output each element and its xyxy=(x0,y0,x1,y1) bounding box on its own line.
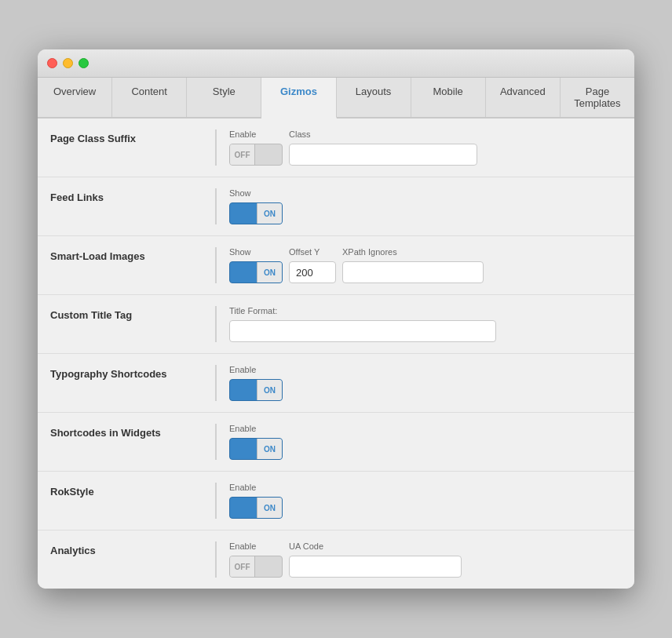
row-page-class-suffix: Page Class Suffix Enable OFF Class xyxy=(38,118,634,177)
tab-advanced[interactable]: Advanced xyxy=(486,78,561,117)
show-toggle-feed-links[interactable]: ON xyxy=(229,202,283,224)
label-analytics: Analytics xyxy=(50,541,215,556)
maximize-button[interactable] xyxy=(79,58,89,68)
divider xyxy=(215,483,217,519)
show-group: Show ON xyxy=(229,188,283,224)
enable-label-rs: Enable xyxy=(229,483,283,492)
divider xyxy=(215,188,217,224)
toggle-thumb-on-sli: ON xyxy=(257,262,282,283)
title-format-label: Title Format: xyxy=(229,306,496,315)
enable-group-ts: Enable ON xyxy=(229,365,283,401)
controls-feed-links: Show ON xyxy=(229,188,622,224)
show-label-sli: Show xyxy=(229,247,283,257)
tab-style[interactable]: Style xyxy=(187,78,261,117)
ua-code-input[interactable] xyxy=(289,556,462,578)
titlebar xyxy=(38,49,634,78)
enable-toggle-page-class[interactable]: OFF xyxy=(229,144,283,166)
label-shortcodes-in-widgets: Shortcodes in Widgets xyxy=(50,424,215,439)
ua-code-label: UA Code xyxy=(289,541,462,551)
xpath-ignores-group: XPath Ignores xyxy=(342,247,484,283)
label-custom-title-tag: Custom Title Tag xyxy=(50,306,215,321)
tab-page-templates[interactable]: Page Templates xyxy=(561,78,634,117)
controls-smart-load-images: Show ON Offset Y XPath Ignores xyxy=(229,247,622,283)
row-rokstyle: RokStyle Enable ON xyxy=(38,472,634,530)
row-typography-shortcodes: Typography Shortcodes Enable ON xyxy=(38,354,634,413)
show-label: Show xyxy=(229,188,283,198)
class-group: Class xyxy=(289,129,477,166)
toggle-thumb-on: ON xyxy=(257,203,282,224)
enable-label-sw: Enable xyxy=(229,424,283,433)
tab-overview[interactable]: Overview xyxy=(38,78,112,117)
toggle-thumb-off-analytics: OFF xyxy=(230,556,255,577)
xpath-ignores-label: XPath Ignores xyxy=(342,247,484,257)
enable-group-rs: Enable ON xyxy=(229,483,283,519)
divider xyxy=(215,365,217,401)
divider xyxy=(215,129,217,166)
enable-group-analytics: Enable OFF xyxy=(229,541,283,578)
toggle-thumb-on-rs: ON xyxy=(257,498,282,518)
row-analytics: Analytics Enable OFF UA Code xyxy=(38,530,634,589)
divider xyxy=(215,247,217,283)
controls-analytics: Enable OFF UA Code xyxy=(229,541,622,578)
enable-label-analytics: Enable xyxy=(229,541,283,551)
tab-gizmos[interactable]: Gizmos xyxy=(261,78,336,118)
ua-code-group: UA Code xyxy=(289,541,462,578)
tab-layouts[interactable]: Layouts xyxy=(337,78,411,117)
controls-rokstyle: Enable ON xyxy=(229,483,622,519)
minimize-button[interactable] xyxy=(63,58,73,68)
controls-typography-shortcodes: Enable ON xyxy=(229,365,622,401)
show-group-sli: Show ON xyxy=(229,247,283,283)
row-feed-links: Feed Links Show ON xyxy=(38,177,634,236)
tab-content[interactable]: Content xyxy=(112,78,187,117)
divider xyxy=(215,424,217,460)
enable-toggle-shortcodes-widgets[interactable]: ON xyxy=(229,438,283,460)
offset-y-label: Offset Y xyxy=(289,247,336,257)
show-toggle-smart-load[interactable]: ON xyxy=(229,261,283,283)
divider xyxy=(215,541,217,578)
row-custom-title-tag: Custom Title Tag Title Format: xyxy=(38,295,634,354)
controls-custom-title-tag: Title Format: xyxy=(229,306,622,342)
enable-group-sw: Enable ON xyxy=(229,424,283,460)
settings-content: Page Class Suffix Enable OFF Class Feed … xyxy=(38,118,634,589)
class-input[interactable] xyxy=(289,144,477,166)
label-typography-shortcodes: Typography Shortcodes xyxy=(50,365,215,380)
toggle-thumb-off: OFF xyxy=(230,144,255,165)
title-format-input[interactable] xyxy=(229,320,496,342)
tab-bar: Overview Content Style Gizmos Layouts Mo… xyxy=(38,78,634,118)
xpath-ignores-input[interactable] xyxy=(342,261,484,283)
class-label: Class xyxy=(289,129,477,139)
label-smart-load-images: Smart-Load Images xyxy=(50,247,215,262)
enable-toggle-typography[interactable]: ON xyxy=(229,379,283,401)
toggle-thumb-on-sw: ON xyxy=(257,439,282,459)
traffic-lights xyxy=(47,58,89,68)
row-smart-load-images: Smart-Load Images Show ON Offset Y XPath… xyxy=(38,236,634,295)
divider xyxy=(215,306,217,342)
toggle-thumb-on-ts: ON xyxy=(257,380,282,400)
offset-y-group: Offset Y xyxy=(289,247,336,283)
controls-shortcodes-in-widgets: Enable ON xyxy=(229,424,622,460)
row-shortcodes-in-widgets: Shortcodes in Widgets Enable ON xyxy=(38,413,634,472)
offset-y-input[interactable] xyxy=(289,261,336,283)
label-rokstyle: RokStyle xyxy=(50,483,215,498)
main-window: Overview Content Style Gizmos Layouts Mo… xyxy=(38,49,634,589)
enable-toggle-analytics[interactable]: OFF xyxy=(229,556,283,578)
tab-mobile[interactable]: Mobile xyxy=(411,78,486,117)
enable-group: Enable OFF xyxy=(229,129,283,166)
controls-page-class-suffix: Enable OFF Class xyxy=(229,129,622,166)
close-button[interactable] xyxy=(47,58,57,68)
enable-label-ts: Enable xyxy=(229,365,283,374)
enable-label: Enable xyxy=(229,129,283,139)
enable-toggle-rokstyle[interactable]: ON xyxy=(229,497,283,519)
title-format-group: Title Format: xyxy=(229,306,496,342)
label-page-class-suffix: Page Class Suffix xyxy=(50,129,215,144)
label-feed-links: Feed Links xyxy=(50,188,215,203)
